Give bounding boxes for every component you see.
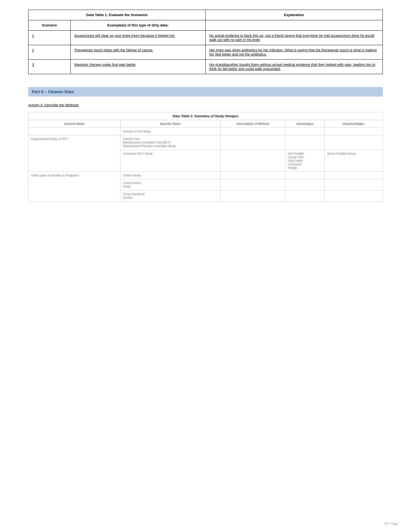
scenario-1-explanation: No actual evidence to back this up, just…	[206, 30, 383, 45]
example-1-text: Acupuncture will clear up your knee inju…	[74, 34, 175, 38]
col-general-name: General Name	[28, 120, 120, 128]
col-specific-name: Specific Name	[120, 120, 221, 128]
activity-title: Activity 4: Describe the Methods	[28, 103, 383, 107]
table1-section: Data Table 1. Evaluate the Scenarios Exp…	[28, 10, 383, 74]
t2-r6-desc	[221, 190, 285, 201]
t2-r2-desc	[221, 135, 285, 150]
t2-r2-disadv	[325, 135, 383, 150]
scenario-num-2: 2	[32, 48, 34, 52]
page-content: Data Table 1. Evaluate the Scenarios Exp…	[28, 10, 383, 201]
t2-r6-specific: Cross-SectionalSurvey	[120, 190, 221, 201]
t2-r2-general: Experimental Study or RCT	[28, 135, 120, 172]
t2-r1-desc	[221, 128, 285, 135]
table-row: Other types of Studies or Programs Cohor…	[28, 172, 383, 179]
t2-r5-adv	[285, 179, 325, 190]
data-table-2: Data Table 2. Summary of Study Designs G…	[28, 112, 383, 201]
scenario-2-explanation: Her mom was given antibiotics for her in…	[206, 45, 383, 59]
t2-r3-desc	[221, 150, 285, 172]
col-header-example: Example(s) of this type of dirty data:	[71, 20, 206, 30]
page-number: RCT Page	[384, 522, 398, 526]
table2-col-headers: General Name Specific Name Description o…	[28, 120, 383, 128]
scenario-3-explanation: His granddaughter bought them without ac…	[206, 59, 383, 74]
example-2-text: Therapeutic touch helps with the fatigue…	[74, 48, 153, 52]
example-3-text: Magnetic therapy make foot pain better	[74, 63, 136, 66]
table2-header-row: Data Table 2. Summary of Study Designs	[28, 112, 383, 120]
t2-r3-adv: Not ParallelGroup TrialAlso calledCrosso…	[285, 150, 325, 172]
col-header-scenario: Scenario	[28, 20, 71, 30]
t2-r6-disadv	[325, 190, 383, 201]
t2-r4-adv	[285, 172, 325, 179]
table-row: 1 Acupuncture will clear up your knee in…	[28, 30, 383, 45]
explanation-3-text: His granddaughter bought them without ac…	[209, 63, 375, 71]
t2-r5-specific: Case-ControlStudy	[120, 179, 221, 190]
scenario-3-example: Magnetic therapy make foot pain better	[71, 59, 206, 74]
t2-r4-desc	[221, 172, 285, 179]
explanation-2-text: Her mom was given antibiotics for her in…	[209, 48, 377, 56]
scenario-num-1: 1	[32, 34, 34, 38]
t2-r3-specific: Crossover RCT Study	[120, 150, 221, 172]
t2-r3-disadv: Some Parallel Group	[325, 150, 383, 172]
table-row: Survey or Poll Study	[28, 128, 383, 135]
table2-title: Data Table 2. Summary of Study Designs	[28, 112, 383, 120]
col-description: Description of Method	[221, 120, 285, 128]
scenario-3-num: 3	[28, 59, 71, 74]
col-header-explanation-sub	[206, 20, 383, 30]
scenario-1-example: Acupuncture will clear up your knee inju…	[71, 30, 206, 45]
t2-r4-general: Other types of Studies or Programs	[28, 172, 120, 201]
t2-r6-adv	[285, 190, 325, 201]
t2-r1-disadv	[325, 128, 383, 135]
scenario-num-3: 3	[32, 63, 34, 66]
t2-r2-specific: Clinical TrialRandomized Controlled Tria…	[120, 135, 221, 150]
table1-title: Data Table 1. Evaluate the Scenarios	[28, 10, 206, 20]
t2-r4-specific: Cohort Study	[120, 172, 221, 179]
table-row: 2 Therapeutic touch helps with the fatig…	[28, 45, 383, 59]
table1-header-explanation: Explanation	[206, 10, 383, 20]
scenario-1-num: 1	[28, 30, 71, 45]
table-row: Experimental Study or RCT Clinical Trial…	[28, 135, 383, 150]
scenario-2-num: 2	[28, 45, 71, 59]
part-ii-title: Part II – Cleaner Data	[32, 89, 74, 94]
data-table-1: Data Table 1. Evaluate the Scenarios Exp…	[28, 10, 383, 74]
explanation-1-text: No actual evidence to back this up, just…	[209, 34, 374, 42]
t2-r5-desc	[221, 179, 285, 190]
t2-r4-disadv	[325, 172, 383, 179]
t2-r1-specific: Survey or Poll Study	[120, 128, 221, 135]
col-disadvantages: Disadvantages	[325, 120, 383, 128]
scenario-2-example: Therapeutic touch helps with the fatigue…	[71, 45, 206, 59]
part-ii-header: Part II – Cleaner Data	[28, 87, 383, 96]
table-row: 3 Magnetic therapy make foot pain better…	[28, 59, 383, 74]
t2-r1-adv	[285, 128, 325, 135]
t2-r1-general	[28, 128, 120, 135]
t2-r5-disadv	[325, 179, 383, 190]
t2-r2-adv	[285, 135, 325, 150]
col-advantages: Advantages	[285, 120, 325, 128]
